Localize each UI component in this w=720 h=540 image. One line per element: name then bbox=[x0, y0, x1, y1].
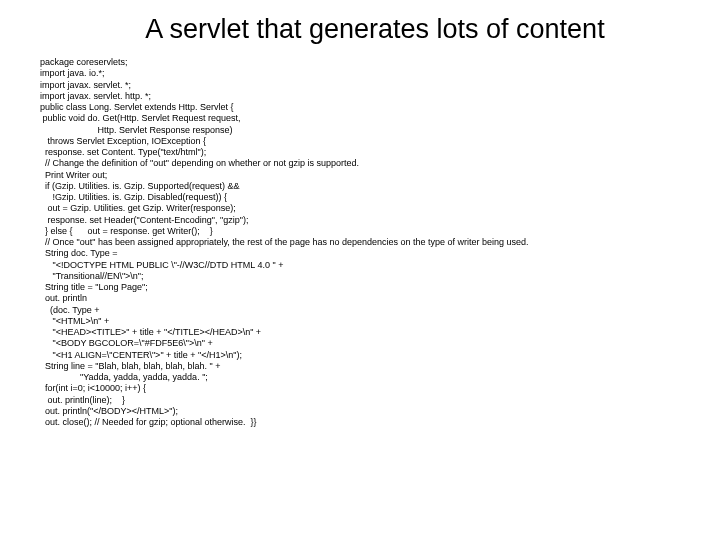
slide: A servlet that generates lots of content… bbox=[0, 0, 720, 540]
page-title: A servlet that generates lots of content bbox=[40, 14, 680, 45]
code-block: package coreservlets; import java. io.*;… bbox=[40, 57, 680, 428]
